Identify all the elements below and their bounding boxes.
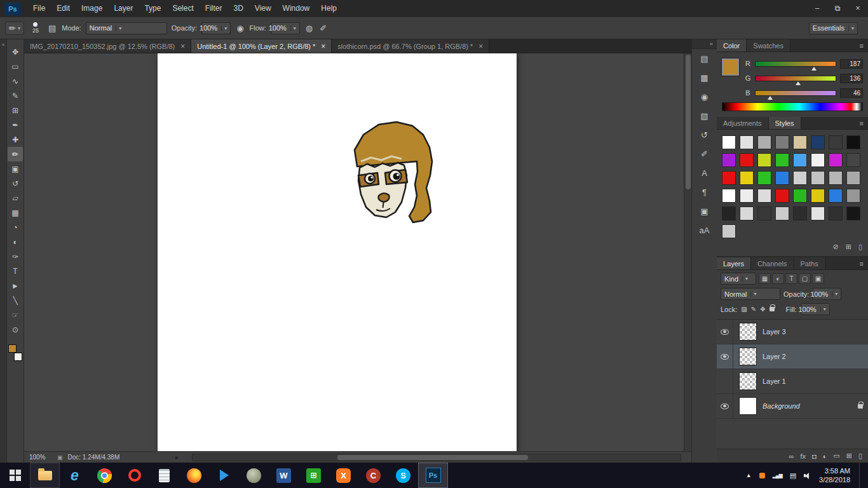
blue-slider-thumb[interactable] bbox=[768, 96, 773, 100]
tray-expand-icon[interactable]: ▲ bbox=[746, 472, 752, 478]
panel-menu-icon[interactable]: ≡ bbox=[855, 39, 868, 51]
layer-name[interactable]: Layer 1 bbox=[763, 377, 786, 385]
firefox-button[interactable] bbox=[179, 463, 209, 488]
style-swatch[interactable] bbox=[846, 189, 860, 203]
style-swatch[interactable] bbox=[757, 171, 771, 185]
info-panel-icon[interactable]: ◉ bbox=[696, 89, 713, 104]
collapse-toolbar-rail[interactable]: » bbox=[0, 39, 6, 463]
internet-explorer-button[interactable]: e bbox=[60, 463, 90, 488]
tool-preset-picker[interactable]: ✏ ▾ bbox=[5, 22, 24, 35]
move-tool[interactable]: ✥ bbox=[8, 44, 23, 59]
gimp-button[interactable] bbox=[239, 463, 269, 488]
style-swatch[interactable] bbox=[775, 207, 789, 220]
layer-thumbnail[interactable] bbox=[739, 397, 757, 415]
dodge-tool[interactable]: ◐ bbox=[8, 234, 23, 249]
tab-channels[interactable]: Channels bbox=[751, 257, 794, 269]
paragraph-panel-icon[interactable]: ¶ bbox=[696, 184, 713, 200]
style-swatch[interactable] bbox=[757, 153, 771, 167]
green-value-field[interactable]: 136 bbox=[840, 74, 863, 83]
properties-panel-icon[interactable]: ▧ bbox=[696, 108, 713, 123]
style-swatch[interactable] bbox=[846, 207, 860, 220]
adjustment-layer-icon[interactable]: ◐ bbox=[823, 452, 827, 460]
flow-dropdown[interactable]: 100% bbox=[271, 22, 300, 34]
close-tab-icon[interactable]: × bbox=[180, 42, 185, 51]
workspace-dropdown[interactable]: Essentials bbox=[809, 22, 858, 34]
style-swatch[interactable] bbox=[811, 153, 825, 167]
delete-style-icon[interactable]: ▯ bbox=[858, 243, 862, 251]
style-swatch[interactable] bbox=[829, 135, 843, 149]
style-swatch[interactable] bbox=[829, 171, 843, 185]
visibility-toggle[interactable] bbox=[717, 344, 733, 369]
zoom-level-field[interactable]: 100% bbox=[24, 454, 57, 461]
style-swatch[interactable] bbox=[811, 171, 825, 185]
layer-name[interactable]: Background bbox=[763, 402, 800, 410]
style-swatch[interactable] bbox=[811, 189, 825, 203]
green-slider[interactable] bbox=[755, 76, 836, 81]
tab-styles[interactable]: Styles bbox=[769, 117, 801, 129]
style-swatch[interactable] bbox=[757, 189, 771, 203]
tab-adjustments[interactable]: Adjustments bbox=[717, 117, 769, 129]
style-swatch[interactable] bbox=[829, 189, 843, 203]
lock-all-icon[interactable] bbox=[770, 307, 775, 311]
style-swatch[interactable] bbox=[740, 189, 754, 203]
style-swatch[interactable] bbox=[793, 207, 807, 220]
layers-opacity-dropdown[interactable]: 100% bbox=[812, 288, 841, 300]
character-styles-panel-icon[interactable]: aA bbox=[696, 222, 713, 238]
lock-paint-icon[interactable]: ✎ bbox=[751, 306, 756, 313]
style-swatch[interactable] bbox=[775, 135, 789, 149]
layer-row-background[interactable]: Background bbox=[717, 394, 868, 419]
style-swatch[interactable] bbox=[722, 171, 736, 185]
style-swatch[interactable] bbox=[740, 171, 754, 185]
filter-shape-icon[interactable]: ▢ bbox=[799, 273, 811, 284]
canvas[interactable] bbox=[158, 53, 517, 451]
vertical-scrollbar[interactable] bbox=[684, 53, 691, 451]
status-menu-arrow-icon[interactable]: ► bbox=[174, 454, 180, 461]
color-spectrum-ramp[interactable] bbox=[722, 102, 863, 111]
visibility-toggle[interactable] bbox=[717, 320, 733, 344]
lock-position-icon[interactable]: ✥ bbox=[760, 306, 765, 313]
layer-thumbnail[interactable] bbox=[739, 348, 757, 365]
menu-view[interactable]: View bbox=[249, 0, 277, 17]
style-swatch[interactable] bbox=[829, 207, 843, 220]
volume-icon[interactable] bbox=[804, 471, 811, 479]
visibility-toggle[interactable] bbox=[717, 369, 733, 393]
brush-presets-panel-icon[interactable]: ✐ bbox=[696, 146, 713, 161]
expand-dock-icon[interactable]: « bbox=[692, 39, 717, 49]
style-swatch[interactable] bbox=[775, 189, 789, 203]
close-tab-icon[interactable]: × bbox=[321, 42, 325, 51]
menu-filter[interactable]: Filter bbox=[200, 0, 228, 17]
type-tool[interactable]: T bbox=[8, 264, 23, 278]
marquee-tool[interactable]: ▭ bbox=[8, 59, 23, 74]
doc-tab-img[interactable]: IMG_20170210_150352.jpg @ 12.5% (RGB/8) … bbox=[24, 39, 191, 53]
line-tool[interactable]: ╲ bbox=[8, 293, 23, 308]
brush-tool[interactable]: ✏ bbox=[8, 147, 23, 161]
foreground-color-preview[interactable] bbox=[722, 58, 739, 76]
path-selection-tool[interactable]: ► bbox=[8, 278, 23, 293]
mini-bridge-panel-icon[interactable]: ▤ bbox=[696, 51, 713, 66]
notepad-button[interactable] bbox=[149, 463, 179, 488]
panel-menu-icon[interactable]: ≡ bbox=[855, 257, 868, 269]
tablet-opacity-icon[interactable]: ◉ bbox=[235, 24, 245, 33]
style-swatch[interactable] bbox=[722, 207, 736, 220]
style-swatch[interactable] bbox=[811, 135, 825, 149]
tab-color[interactable]: Color bbox=[717, 39, 747, 51]
healing-brush-tool[interactable]: ✚ bbox=[8, 132, 23, 147]
skype-button[interactable]: S bbox=[388, 463, 418, 488]
style-swatch[interactable] bbox=[846, 153, 860, 167]
ccleaner-button[interactable]: C bbox=[358, 463, 388, 488]
layer-thumbnail[interactable] bbox=[739, 323, 757, 341]
style-swatch[interactable] bbox=[722, 189, 736, 203]
horizontal-scrollbar-thumb[interactable] bbox=[337, 455, 528, 460]
style-swatch[interactable] bbox=[846, 135, 860, 149]
horizontal-scrollbar[interactable] bbox=[192, 454, 681, 461]
quick-selection-tool[interactable]: ✎ bbox=[8, 88, 23, 103]
link-layers-icon[interactable]: ∞ bbox=[789, 452, 794, 460]
clone-stamp-tool[interactable]: ▣ bbox=[8, 161, 23, 176]
doc-tab-slothicorn[interactable]: slothicorn.psd @ 66.7% (Group 1, RGB/8) … bbox=[332, 39, 489, 53]
lasso-tool[interactable]: ∿ bbox=[8, 74, 23, 88]
style-swatch[interactable] bbox=[722, 135, 736, 149]
visibility-toggle[interactable] bbox=[717, 394, 733, 418]
menu-window[interactable]: Window bbox=[277, 0, 316, 17]
history-brush-tool[interactable]: ↺ bbox=[8, 176, 23, 191]
show-desktop-button[interactable] bbox=[859, 463, 863, 488]
